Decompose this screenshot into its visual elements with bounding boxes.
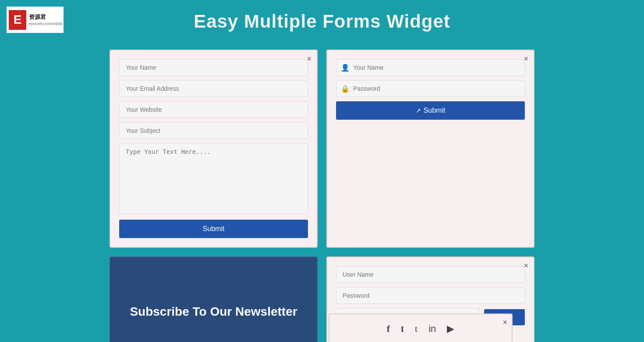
contact-form-widget: × Submit (110, 50, 318, 248)
vimeo-social-icon[interactable]: ▶ (447, 323, 454, 335)
login-password-input[interactable] (336, 287, 525, 304)
page-title: Easy Multiple Forms Widget (0, 0, 644, 32)
twitter-social-icon[interactable]: 𝐭 (401, 323, 404, 335)
login-bottom-close[interactable]: × (524, 262, 528, 270)
logo-text: 资源君 eyunzhu.com/vdisk (29, 13, 63, 27)
newsletter-widget: Subscribe To Our Newsletter (110, 256, 318, 342)
logo-letter: E (9, 10, 26, 30)
name-input-row: 👤 (336, 59, 525, 76)
login-top-widget: × 👤 🔒 ↗ Submit (326, 50, 534, 248)
user-icon: 👤 (341, 64, 350, 72)
social-widget-bottom: × f 𝐭 t in ▶ (329, 314, 513, 342)
social-widget-close[interactable]: × (502, 318, 507, 327)
logo: E 资源君 eyunzhu.com/vdisk (7, 7, 64, 33)
login-username-input[interactable] (336, 266, 525, 283)
login-top-submit-label: Submit (424, 107, 446, 114)
forms-container: × Submit × 👤 🔒 ↗ Submit (0, 36, 644, 256)
login-top-password-input[interactable] (353, 81, 520, 96)
contact-name-input[interactable] (119, 59, 308, 76)
submit-arrow-icon: ↗ (416, 107, 421, 114)
tumblr-social-icon[interactable]: t (415, 323, 418, 335)
contact-email-input[interactable] (119, 80, 308, 97)
linkedin-social-icon[interactable]: in (428, 323, 436, 335)
bottom-container: Subscribe To Our Newsletter × Select Ser… (0, 256, 644, 342)
login-top-close[interactable]: × (524, 55, 528, 63)
login-top-name-input[interactable] (353, 60, 520, 75)
contact-submit-button[interactable]: Submit (119, 220, 308, 238)
social-icons: f 𝐭 t in ▶ (387, 323, 455, 335)
newsletter-title: Subscribe To Our Newsletter (130, 305, 297, 319)
login-top-submit-button[interactable]: ↗ Submit (336, 101, 525, 120)
contact-website-input[interactable] (119, 101, 308, 118)
logo-name: 资源君 (29, 13, 63, 21)
password-input-row: 🔒 (336, 80, 525, 97)
logo-url: eyunzhu.com/vdisk (29, 21, 63, 27)
contact-form-close[interactable]: × (307, 55, 311, 63)
contact-message-input[interactable] (119, 143, 308, 214)
facebook-social-icon[interactable]: f (387, 323, 390, 335)
contact-subject-input[interactable] (119, 122, 308, 139)
lock-icon: 🔒 (341, 85, 350, 93)
